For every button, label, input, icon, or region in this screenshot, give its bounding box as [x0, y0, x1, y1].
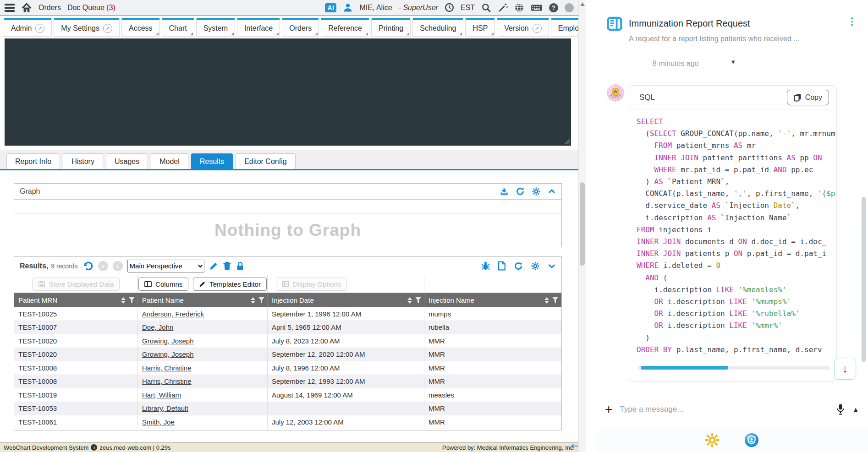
sort-icon[interactable] [407, 297, 412, 304]
user-icon[interactable] [343, 3, 353, 13]
perspective-select[interactable]: Main Perspective [127, 260, 204, 272]
cell: MMR [424, 334, 561, 348]
tab-usages[interactable]: Usages [106, 153, 148, 169]
delete-icon[interactable] [223, 261, 231, 271]
store-displayed-data-button[interactable]: Store Displayed Data [32, 278, 120, 291]
cell: Doe, John [138, 321, 268, 334]
resize-grip[interactable] [564, 139, 570, 145]
scroll-up-arrow[interactable] [580, 2, 585, 6]
table-grid-icon [282, 281, 289, 287]
help-icon[interactable]: ? [549, 3, 558, 12]
column-header-patient-mrn[interactable]: Patient MRN [14, 293, 138, 307]
scrollbar-thumb[interactable] [580, 182, 585, 266]
left-scrollbar[interactable] [578, 0, 586, 452]
tab-results[interactable]: Results [191, 153, 233, 169]
nav-tab-printing[interactable]: Printing [371, 18, 411, 37]
undo-icon[interactable] [82, 261, 93, 272]
shield-bot-icon[interactable] [744, 432, 759, 448]
column-header-patient-name[interactable]: Patient Name [138, 293, 268, 307]
scroll-to-bottom-button[interactable]: ↓ [834, 358, 856, 380]
sun-bot-icon[interactable] [704, 432, 720, 448]
tab-editor-config[interactable]: Editor Config [236, 153, 296, 169]
collapse-icon[interactable] [548, 187, 556, 196]
patient-link[interactable]: Hart, William [142, 391, 181, 399]
nav-tab-system[interactable]: System [196, 18, 235, 37]
filter-icon[interactable] [129, 297, 135, 304]
nav-tab-version[interactable]: Version↗ [497, 18, 549, 37]
sort-icon[interactable] [544, 297, 549, 304]
magic-wand-icon[interactable] [498, 3, 508, 13]
breadcrumb-orders[interactable]: Orders [38, 4, 61, 12]
nav-tab-my-settings[interactable]: My Settings↗ [54, 18, 120, 37]
nav-tab-reference[interactable]: Reference [321, 18, 369, 37]
keyboard-icon[interactable] [531, 3, 543, 12]
patient-link[interactable]: Harris, Christine [142, 364, 192, 372]
settings-icon[interactable] [531, 261, 540, 271]
home-icon[interactable] [21, 3, 32, 13]
display-options-button[interactable]: Display Options [276, 278, 347, 291]
save-icon [38, 280, 45, 288]
microphone-icon[interactable] [836, 403, 845, 415]
column-header-injection-date[interactable]: Injection Date [268, 293, 424, 307]
patient-link[interactable]: Growing, Joseph [142, 350, 194, 358]
table-row: TEST-10061Smith, JoeJuly 12, 2003 12:00 … [14, 415, 561, 429]
next-icon[interactable]: › [113, 261, 123, 271]
copy-button[interactable]: Copy [787, 90, 829, 105]
patient-link[interactable]: Smith, Joe [142, 418, 175, 426]
submenu-fold-icon [491, 33, 494, 35]
patient-link[interactable]: Library, Default [142, 404, 188, 412]
columns-button[interactable]: Columns [138, 278, 188, 291]
debug-icon[interactable] [481, 261, 490, 271]
prev-icon[interactable]: ‹ [98, 261, 108, 271]
code-line: INNER JOIN patient_partitions AS pp ON [637, 152, 836, 164]
tab-report-info[interactable]: Report Info [6, 153, 60, 169]
patient-link[interactable]: Growing, Joseph [142, 337, 194, 345]
kebab-menu-icon[interactable]: ⋮ [847, 16, 857, 27]
nav-tab-chart[interactable]: Chart [162, 18, 194, 37]
globe-icon[interactable] [514, 3, 524, 13]
filter-icon[interactable] [258, 297, 264, 304]
breadcrumb-doc-queue[interactable]: Doc Queue (3) [67, 4, 115, 12]
ai-badge[interactable]: AI [325, 3, 336, 12]
patient-link[interactable]: Doe, John [142, 323, 173, 331]
nav-tab-interface[interactable]: Interface [237, 18, 280, 37]
code-hscrollbar-thumb[interactable] [641, 366, 728, 370]
column-header-injection-name[interactable]: Injection Name [424, 293, 561, 307]
nav-tab-access[interactable]: Access [121, 18, 160, 37]
refresh-icon[interactable] [516, 187, 525, 196]
search-icon[interactable] [481, 3, 491, 13]
menu-icon[interactable] [5, 4, 15, 12]
collapse-input-icon[interactable]: ▲ [852, 406, 859, 413]
nav-tab-orders[interactable]: Orders [282, 18, 319, 37]
refresh-icon[interactable] [514, 261, 523, 271]
tab-model[interactable]: Model [151, 153, 188, 169]
clock-icon[interactable] [445, 3, 454, 12]
user-name[interactable]: MIE, Alice [359, 4, 392, 12]
cell: Hart, William [138, 388, 268, 402]
expand-icon[interactable] [548, 262, 556, 270]
tab-history[interactable]: History [63, 153, 103, 169]
download-icon[interactable] [500, 187, 509, 196]
templates-editor-button[interactable]: Templates Editor [193, 278, 267, 291]
nav-tab-scheduling[interactable]: Scheduling [412, 18, 463, 37]
lock-icon[interactable] [236, 261, 244, 271]
document-icon[interactable] [498, 261, 506, 271]
message-input[interactable] [620, 405, 829, 414]
patient-link[interactable]: Harris, Christine [142, 377, 192, 385]
code-editor-panel[interactable] [5, 38, 571, 146]
filter-icon[interactable] [552, 297, 558, 304]
code-hscrollbar[interactable] [638, 366, 830, 370]
patient-link[interactable]: Anderson, Frederick [142, 310, 204, 318]
nav-tab-admin[interactable]: Admin↗ [4, 18, 52, 37]
edit-icon[interactable] [209, 261, 218, 271]
info-icon[interactable]: i [91, 444, 97, 451]
sort-icon[interactable] [251, 297, 255, 304]
attach-plus-icon[interactable]: + [605, 403, 612, 416]
chat-scrollbar-thumb[interactable] [862, 197, 866, 362]
nav-tab-hsp[interactable]: HSP [465, 18, 495, 37]
settings-icon[interactable] [532, 187, 541, 196]
nav-tab-employer-organizations[interactable]: Employer Organizations↗ [551, 18, 578, 37]
timestamp-chevron-icon[interactable]: ▾ [731, 58, 735, 66]
filter-icon[interactable] [415, 297, 421, 304]
sort-icon[interactable] [121, 297, 126, 304]
